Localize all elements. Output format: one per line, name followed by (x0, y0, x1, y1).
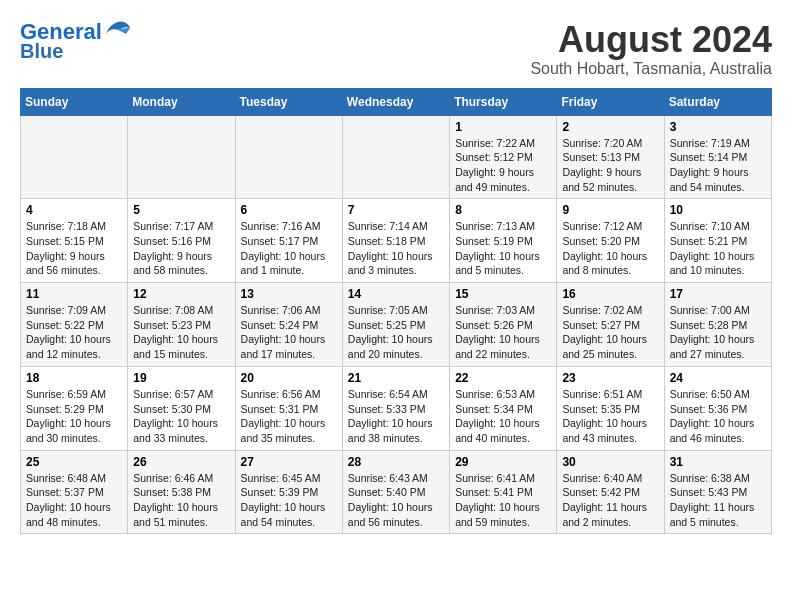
day-number: 18 (26, 371, 122, 385)
calendar-cell: 21Sunrise: 6:54 AMSunset: 5:33 PMDayligh… (342, 366, 449, 450)
day-number: 6 (241, 203, 337, 217)
day-info: Sunrise: 7:06 AMSunset: 5:24 PMDaylight:… (241, 303, 337, 362)
calendar-cell: 29Sunrise: 6:41 AMSunset: 5:41 PMDayligh… (450, 450, 557, 534)
day-info: Sunrise: 6:38 AMSunset: 5:43 PMDaylight:… (670, 471, 766, 530)
month-year-title: August 2024 (530, 20, 772, 60)
calendar-cell: 10Sunrise: 7:10 AMSunset: 5:21 PMDayligh… (664, 199, 771, 283)
day-info: Sunrise: 7:19 AMSunset: 5:14 PMDaylight:… (670, 136, 766, 195)
calendar-cell: 6Sunrise: 7:16 AMSunset: 5:17 PMDaylight… (235, 199, 342, 283)
day-number: 12 (133, 287, 229, 301)
day-info: Sunrise: 6:48 AMSunset: 5:37 PMDaylight:… (26, 471, 122, 530)
day-info: Sunrise: 7:14 AMSunset: 5:18 PMDaylight:… (348, 219, 444, 278)
calendar-cell: 30Sunrise: 6:40 AMSunset: 5:42 PMDayligh… (557, 450, 664, 534)
day-number: 3 (670, 120, 766, 134)
day-number: 31 (670, 455, 766, 469)
calendar-cell: 22Sunrise: 6:53 AMSunset: 5:34 PMDayligh… (450, 366, 557, 450)
calendar-cell: 17Sunrise: 7:00 AMSunset: 5:28 PMDayligh… (664, 283, 771, 367)
header-monday: Monday (128, 88, 235, 115)
calendar-cell (128, 115, 235, 199)
calendar-week-4: 18Sunrise: 6:59 AMSunset: 5:29 PMDayligh… (21, 366, 772, 450)
day-number: 25 (26, 455, 122, 469)
calendar-cell: 2Sunrise: 7:20 AMSunset: 5:13 PMDaylight… (557, 115, 664, 199)
day-info: Sunrise: 7:09 AMSunset: 5:22 PMDaylight:… (26, 303, 122, 362)
calendar-cell: 31Sunrise: 6:38 AMSunset: 5:43 PMDayligh… (664, 450, 771, 534)
day-info: Sunrise: 7:05 AMSunset: 5:25 PMDaylight:… (348, 303, 444, 362)
day-number: 16 (562, 287, 658, 301)
day-info: Sunrise: 7:22 AMSunset: 5:12 PMDaylight:… (455, 136, 551, 195)
calendar-cell: 19Sunrise: 6:57 AMSunset: 5:30 PMDayligh… (128, 366, 235, 450)
day-number: 30 (562, 455, 658, 469)
calendar-cell: 3Sunrise: 7:19 AMSunset: 5:14 PMDaylight… (664, 115, 771, 199)
day-info: Sunrise: 7:16 AMSunset: 5:17 PMDaylight:… (241, 219, 337, 278)
calendar-cell (235, 115, 342, 199)
calendar-cell: 1Sunrise: 7:22 AMSunset: 5:12 PMDaylight… (450, 115, 557, 199)
page-header: General Blue August 2024 South Hobart, T… (20, 20, 772, 78)
calendar-cell: 28Sunrise: 6:43 AMSunset: 5:40 PMDayligh… (342, 450, 449, 534)
day-number: 8 (455, 203, 551, 217)
day-info: Sunrise: 6:53 AMSunset: 5:34 PMDaylight:… (455, 387, 551, 446)
day-number: 14 (348, 287, 444, 301)
day-info: Sunrise: 6:50 AMSunset: 5:36 PMDaylight:… (670, 387, 766, 446)
logo-icon (104, 20, 132, 40)
day-info: Sunrise: 6:41 AMSunset: 5:41 PMDaylight:… (455, 471, 551, 530)
calendar-cell: 24Sunrise: 6:50 AMSunset: 5:36 PMDayligh… (664, 366, 771, 450)
day-number: 23 (562, 371, 658, 385)
header-sunday: Sunday (21, 88, 128, 115)
calendar-cell: 11Sunrise: 7:09 AMSunset: 5:22 PMDayligh… (21, 283, 128, 367)
header-thursday: Thursday (450, 88, 557, 115)
day-info: Sunrise: 7:10 AMSunset: 5:21 PMDaylight:… (670, 219, 766, 278)
day-number: 5 (133, 203, 229, 217)
calendar-cell: 26Sunrise: 6:46 AMSunset: 5:38 PMDayligh… (128, 450, 235, 534)
day-number: 22 (455, 371, 551, 385)
day-number: 21 (348, 371, 444, 385)
calendar-table: SundayMondayTuesdayWednesdayThursdayFrid… (20, 88, 772, 535)
day-number: 24 (670, 371, 766, 385)
calendar-cell: 15Sunrise: 7:03 AMSunset: 5:26 PMDayligh… (450, 283, 557, 367)
calendar-week-3: 11Sunrise: 7:09 AMSunset: 5:22 PMDayligh… (21, 283, 772, 367)
day-number: 27 (241, 455, 337, 469)
calendar-cell: 27Sunrise: 6:45 AMSunset: 5:39 PMDayligh… (235, 450, 342, 534)
header-saturday: Saturday (664, 88, 771, 115)
day-info: Sunrise: 7:12 AMSunset: 5:20 PMDaylight:… (562, 219, 658, 278)
day-number: 7 (348, 203, 444, 217)
header-tuesday: Tuesday (235, 88, 342, 115)
day-number: 20 (241, 371, 337, 385)
calendar-cell: 25Sunrise: 6:48 AMSunset: 5:37 PMDayligh… (21, 450, 128, 534)
day-info: Sunrise: 7:08 AMSunset: 5:23 PMDaylight:… (133, 303, 229, 362)
day-info: Sunrise: 6:40 AMSunset: 5:42 PMDaylight:… (562, 471, 658, 530)
day-info: Sunrise: 7:13 AMSunset: 5:19 PMDaylight:… (455, 219, 551, 278)
day-number: 26 (133, 455, 229, 469)
day-number: 15 (455, 287, 551, 301)
calendar-cell: 20Sunrise: 6:56 AMSunset: 5:31 PMDayligh… (235, 366, 342, 450)
location-subtitle: South Hobart, Tasmania, Australia (530, 60, 772, 78)
day-number: 28 (348, 455, 444, 469)
calendar-cell: 12Sunrise: 7:08 AMSunset: 5:23 PMDayligh… (128, 283, 235, 367)
day-info: Sunrise: 6:43 AMSunset: 5:40 PMDaylight:… (348, 471, 444, 530)
calendar-cell: 9Sunrise: 7:12 AMSunset: 5:20 PMDaylight… (557, 199, 664, 283)
day-info: Sunrise: 6:57 AMSunset: 5:30 PMDaylight:… (133, 387, 229, 446)
logo: General Blue (20, 20, 132, 62)
calendar-cell (342, 115, 449, 199)
header-friday: Friday (557, 88, 664, 115)
day-number: 9 (562, 203, 658, 217)
logo-text-blue: Blue (20, 40, 63, 62)
day-info: Sunrise: 7:03 AMSunset: 5:26 PMDaylight:… (455, 303, 551, 362)
day-info: Sunrise: 6:51 AMSunset: 5:35 PMDaylight:… (562, 387, 658, 446)
day-number: 1 (455, 120, 551, 134)
calendar-week-2: 4Sunrise: 7:18 AMSunset: 5:15 PMDaylight… (21, 199, 772, 283)
day-number: 13 (241, 287, 337, 301)
day-info: Sunrise: 7:00 AMSunset: 5:28 PMDaylight:… (670, 303, 766, 362)
day-number: 2 (562, 120, 658, 134)
calendar-cell: 8Sunrise: 7:13 AMSunset: 5:19 PMDaylight… (450, 199, 557, 283)
day-info: Sunrise: 7:02 AMSunset: 5:27 PMDaylight:… (562, 303, 658, 362)
day-info: Sunrise: 6:59 AMSunset: 5:29 PMDaylight:… (26, 387, 122, 446)
calendar-cell: 23Sunrise: 6:51 AMSunset: 5:35 PMDayligh… (557, 366, 664, 450)
day-number: 11 (26, 287, 122, 301)
day-info: Sunrise: 6:45 AMSunset: 5:39 PMDaylight:… (241, 471, 337, 530)
calendar-cell: 13Sunrise: 7:06 AMSunset: 5:24 PMDayligh… (235, 283, 342, 367)
calendar-week-5: 25Sunrise: 6:48 AMSunset: 5:37 PMDayligh… (21, 450, 772, 534)
calendar-cell: 16Sunrise: 7:02 AMSunset: 5:27 PMDayligh… (557, 283, 664, 367)
calendar-cell: 7Sunrise: 7:14 AMSunset: 5:18 PMDaylight… (342, 199, 449, 283)
day-info: Sunrise: 6:54 AMSunset: 5:33 PMDaylight:… (348, 387, 444, 446)
title-block: August 2024 South Hobart, Tasmania, Aust… (530, 20, 772, 78)
